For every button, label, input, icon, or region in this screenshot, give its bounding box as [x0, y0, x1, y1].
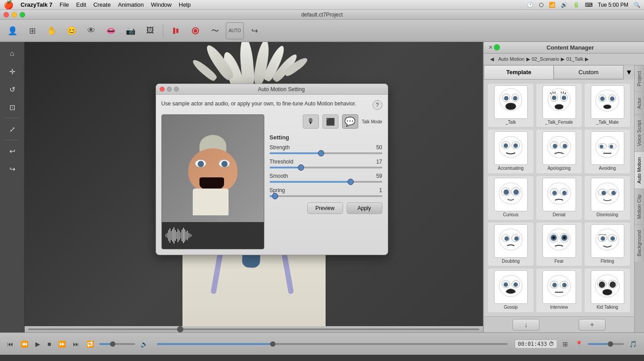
grid-item-flirting[interactable]: Flirting [584, 222, 631, 267]
strength-slider[interactable] [270, 152, 382, 154]
menu-animation[interactable]: Animation [118, 1, 144, 8]
timeline-end-btn[interactable]: ⏭ [71, 339, 81, 349]
grid-item-apologizing[interactable]: Apologizing [536, 129, 582, 174]
progress-thumb[interactable] [270, 341, 275, 347]
search-icon[interactable]: 🔍 [634, 2, 640, 8]
cm-expand-button[interactable] [494, 44, 500, 50]
timeline-back-btn[interactable]: ⏪ [19, 339, 30, 349]
mode-btn-3[interactable]: 💬 [342, 114, 358, 129]
menu-create[interactable]: Create [93, 1, 111, 8]
eye-icon[interactable]: 👁 [82, 22, 100, 39]
grid-item-dismissing[interactable]: Dismissing [584, 176, 631, 220]
timeline-stop-btn[interactable]: ■ [46, 339, 53, 349]
preview-button[interactable]: Preview [307, 202, 343, 214]
redo-tool[interactable]: ↪ [4, 161, 20, 177]
grid-item-gossip[interactable]: Gossip [487, 268, 534, 313]
scrubber-bar[interactable] [25, 326, 483, 332]
volume-thumb[interactable] [110, 341, 115, 347]
scale-tool[interactable]: ⊡ [4, 99, 20, 115]
timeline-play-btn[interactable]: ▶ [34, 339, 42, 349]
menu-app-name[interactable]: CrazyTalk 7 [21, 1, 52, 8]
menu-help[interactable]: Help [179, 1, 191, 8]
expand-tool[interactable]: ⤢ [4, 121, 20, 137]
dialog-min-btn[interactable] [167, 87, 172, 92]
grid-item-talk[interactable]: _Talk [487, 83, 534, 128]
threshold-slider[interactable] [270, 167, 382, 168]
side-tab-motion-clip[interactable]: Motion Clip [635, 189, 644, 224]
image-icon[interactable]: 🖼 [141, 22, 159, 39]
threshold-thumb[interactable] [298, 164, 304, 171]
side-tab-voice-script[interactable]: Voice Script [635, 114, 644, 151]
home-tool[interactable]: ⌂ [4, 46, 20, 62]
apply-button[interactable]: Apply [347, 202, 382, 214]
timeline-settings-btn[interactable]: ⊞ [561, 339, 570, 349]
record-audio-btn[interactable] [186, 22, 204, 39]
move-tool[interactable]: ✛ [4, 63, 20, 80]
cm-close-button[interactable]: ✕ [487, 44, 494, 50]
minimize-button[interactable] [12, 12, 17, 17]
mouth-icon[interactable]: 👄 [102, 22, 120, 39]
timeline-progress-slider[interactable] [157, 343, 508, 345]
breadcrumb-back-button[interactable]: ◀ [487, 55, 496, 63]
grid-item-curious[interactable]: Curious [487, 176, 534, 220]
grid-item-fear[interactable]: Fear [536, 222, 582, 267]
grid-item-denial[interactable]: Denial [536, 176, 582, 220]
help-button[interactable]: ? [373, 100, 382, 110]
grid-item-accentuating[interactable]: Accentuating [487, 129, 534, 174]
side-tab-background[interactable]: Background [635, 224, 644, 262]
apple-menu[interactable]: 🍎 [4, 0, 13, 10]
timeline-audio-icon[interactable]: 🎵 [627, 339, 639, 349]
rotate-tool[interactable]: ↺ [4, 81, 20, 97]
grid-item-talk-male[interactable]: _Talk_Male [584, 83, 631, 128]
face-icon[interactable]: 😊 [63, 22, 80, 39]
grid-item-interview[interactable]: Interview [536, 268, 582, 313]
download-button[interactable]: ↓ [513, 319, 539, 331]
grid-item-talk-female[interactable]: _Talk_Female [536, 83, 582, 128]
grid-item-doubting[interactable]: Doubting [487, 222, 534, 267]
breadcrumb-auto-motion[interactable]: Auto Motion [498, 56, 525, 62]
undo-tool[interactable]: ↩ [4, 143, 20, 159]
dialog-close-btn[interactable] [160, 87, 165, 92]
breadcrumb-talk[interactable]: 01_Talk [566, 56, 583, 62]
scrubber-track[interactable] [28, 328, 479, 330]
timeline-rewind-btn[interactable]: ⏮ [5, 339, 15, 349]
mode-btn-2[interactable]: ⬛ [322, 114, 339, 129]
timeline-zoom-slider[interactable] [588, 343, 624, 345]
side-tab-auto-motion[interactable]: Auto Motion [635, 151, 644, 189]
spring-slider[interactable] [270, 195, 382, 197]
record-btn[interactable] [167, 22, 185, 39]
motion-icon[interactable]: ✋ [43, 22, 61, 39]
side-tab-project[interactable]: Project [635, 65, 644, 92]
timeline-fwd-btn[interactable]: ⏩ [56, 339, 68, 349]
smooth-thumb[interactable] [347, 179, 354, 185]
timeline-loop-btn[interactable]: 🔁 [85, 339, 96, 349]
menu-edit[interactable]: Edit [76, 1, 86, 8]
grid-icon[interactable]: ⊞ [23, 22, 41, 39]
timeline-volume-icon[interactable]: 🔊 [139, 339, 150, 349]
timeline-marker-btn[interactable]: 📍 [573, 339, 585, 349]
scrubber-thumb[interactable] [177, 326, 183, 332]
tab-custom[interactable]: Custom [554, 65, 623, 79]
grid-item-kid-talking[interactable]: Kid Talking [584, 268, 631, 313]
timeline-volume-slider[interactable] [99, 343, 135, 345]
waveform-btn[interactable]: 〜 [206, 22, 224, 39]
side-tab-actor[interactable]: Actor [635, 92, 644, 114]
grid-item-avoiding[interactable]: Avoiding [584, 129, 631, 174]
tab-dropdown[interactable]: ▼ [623, 65, 634, 80]
export-btn[interactable]: ↪ [246, 22, 263, 39]
camera-icon[interactable]: 📷 [122, 22, 140, 39]
close-button[interactable] [4, 12, 9, 17]
tab-template[interactable]: Template [484, 65, 554, 79]
menu-window[interactable]: Window [151, 1, 172, 8]
smooth-slider[interactable] [270, 181, 382, 183]
spring-thumb[interactable] [272, 193, 278, 199]
mode-btn-1[interactable]: 🎙 [303, 114, 319, 129]
dialog-max-btn[interactable] [174, 87, 179, 92]
menu-file[interactable]: File [59, 1, 69, 8]
add-button[interactable]: + [579, 319, 606, 331]
maximize-button[interactable] [20, 12, 25, 17]
strength-thumb[interactable] [318, 150, 324, 156]
breadcrumb-scenario[interactable]: 02_Scenario [532, 56, 559, 62]
auto-btn[interactable]: AUTO [226, 22, 244, 39]
actor-icon[interactable]: 👤 [4, 22, 21, 39]
